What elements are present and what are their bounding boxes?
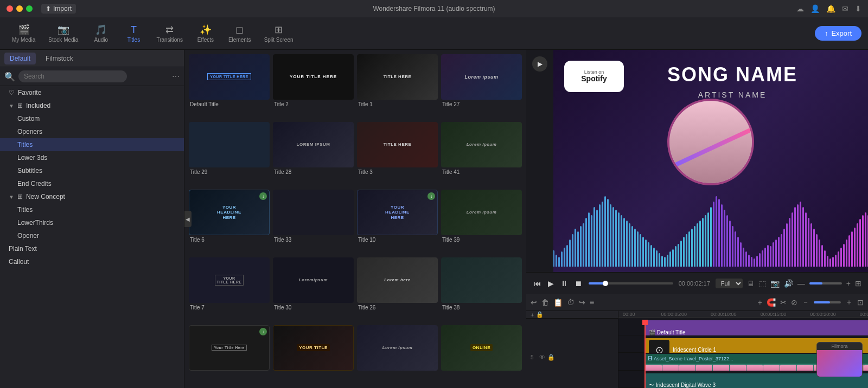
cut-icon[interactable]: ⊘ — [791, 298, 797, 307]
redo-icon[interactable]: ↪ — [579, 298, 585, 307]
quality-select[interactable]: Full 1/2 1/4 — [716, 279, 743, 288]
toolbar-titles[interactable]: T Titles — [118, 22, 149, 45]
stop-button[interactable]: ⏹ — [573, 278, 583, 289]
list-item[interactable]: Your Title Here ↓ — [189, 325, 270, 384]
list-item[interactable]: YOUR TITLE HERE Title 2 — [273, 54, 354, 119]
search-input[interactable] — [18, 70, 127, 82]
tree-child-titles[interactable]: Titles — [0, 138, 184, 151]
list-item[interactable]: ONLINE — [441, 325, 522, 384]
trash-icon[interactable]: 🗑 — [541, 298, 549, 307]
minimize-button[interactable] — [16, 5, 23, 12]
toolbar-transitions[interactable]: ⇄ Transitions — [151, 22, 188, 45]
bell-icon[interactable]: 🔔 — [826, 4, 835, 13]
download-icon[interactable]: ⬇ — [855, 4, 861, 13]
filmstock-preview: Filmora — [816, 342, 863, 377]
copy-icon[interactable]: 📋 — [553, 298, 563, 307]
toolbar-effects[interactable]: ✨ Effects — [190, 22, 221, 45]
close-button[interactable] — [7, 5, 13, 12]
audio-icon: 🎵 — [95, 24, 107, 36]
list-item[interactable]: Lorem ipsum Title 27 — [441, 54, 522, 119]
list-item[interactable]: TITLE HERE Title 1 — [357, 54, 438, 119]
list-item[interactable]: Lorem here Title 26 — [357, 257, 438, 322]
tree-child-nc-opener[interactable]: Opener — [0, 229, 184, 242]
crop-icon[interactable]: ⬚ — [759, 279, 766, 288]
volume-icon[interactable]: 🔊 — [784, 279, 793, 288]
list-item[interactable]: TITLE HERE Title 3 — [357, 122, 438, 186]
tree-item-new-concept[interactable]: ▼ ⊞ New Concept — [0, 190, 184, 203]
list-icon[interactable]: ≡ — [590, 298, 594, 307]
grid-view-icon[interactable]: ⊞ — [855, 279, 861, 288]
undo-icon[interactable]: ↩ — [531, 298, 537, 307]
tree-child-openers[interactable]: Openers — [0, 125, 184, 138]
toolbar: 🎬 My Media 📷 Stock Media 🎵 Audio T Title… — [0, 17, 868, 50]
timeline-zoom-slider[interactable] — [814, 301, 841, 303]
list-item[interactable]: YOUR TITLE HERE Default Title — [189, 54, 270, 119]
grid-icon[interactable]: ⋯ — [172, 72, 180, 81]
tab-default[interactable]: Default — [4, 53, 36, 64]
zoom-minus-icon[interactable]: － — [802, 298, 809, 307]
collapse-arrow[interactable]: ◀ — [184, 211, 192, 227]
monitor-icon[interactable]: 🖥 — [747, 279, 755, 288]
tab-filmstock[interactable]: Filmstock — [40, 53, 79, 64]
cloud-icon[interactable]: ☁ — [796, 4, 804, 13]
maximize-button[interactable] — [26, 5, 33, 12]
zoom-plus-icon[interactable]: ＋ — [845, 298, 853, 307]
tree-child-lower3ds[interactable]: Lower 3ds — [0, 151, 184, 164]
seek-bar[interactable] — [589, 282, 673, 284]
tree-child-custom[interactable]: Custom — [0, 112, 184, 125]
track-5-visibility-icon[interactable]: 👁 — [539, 354, 545, 361]
add-track-icon[interactable]: + — [758, 298, 762, 307]
list-item[interactable]: Title 29 — [189, 122, 270, 186]
screenshot-icon[interactable]: 📷 — [770, 279, 780, 288]
toolbar-my-media[interactable]: 🎬 My Media — [7, 22, 41, 45]
fit-icon[interactable]: ⊡ — [857, 298, 864, 307]
titles-label: Titles — [127, 37, 141, 43]
tree-child-end-credits[interactable]: End Credits — [0, 177, 184, 190]
effects-label: Effects — [197, 37, 214, 43]
list-item[interactable]: ↓ YOURHEADLINEHERE Title 10 — [357, 190, 438, 254]
song-name: SONG NAME — [640, 63, 825, 86]
timer-icon[interactable]: ⏱ — [567, 298, 575, 307]
import-button[interactable]: ⬆ Import — [41, 4, 76, 14]
list-item[interactable]: Lorem ipsum — [357, 325, 438, 384]
pause-button[interactable]: ⏸ — [559, 278, 569, 289]
ruler-header: + 🔒 — [526, 311, 618, 319]
toolbar-split-screen[interactable]: ⊞ Split Screen — [259, 22, 299, 45]
lock-all-icon[interactable]: 🔒 — [536, 311, 544, 318]
track-5-lock-icon[interactable]: 🔒 — [547, 354, 555, 361]
export-button[interactable]: ↑ Export — [815, 26, 861, 41]
tree-child-subtitles[interactable]: Subtitles — [0, 164, 184, 177]
list-item[interactable]: Lorem Ipsum Title 41 — [441, 122, 522, 186]
toolbar-elements[interactable]: ◻ Elements — [223, 22, 257, 45]
tree-item-included[interactable]: ▼ ⊞ Included — [0, 99, 184, 112]
preview-play-button[interactable]: ▶ — [532, 56, 547, 72]
tree-child-nc-titles[interactable]: Titles — [0, 203, 184, 216]
list-item[interactable]: YOURTITLE HERE Title 7 — [189, 257, 270, 322]
mail-icon[interactable]: ✉ — [842, 4, 848, 13]
tree-item-favorite[interactable]: ♡ Favorite — [0, 86, 184, 99]
profile-icon[interactable]: 👤 — [810, 4, 820, 13]
list-item[interactable]: Title 38 — [441, 257, 522, 322]
tree-child-nc-lower-thirds[interactable]: LowerThirds — [0, 216, 184, 229]
list-item[interactable]: Lorem ipsum Title 39 — [441, 190, 522, 254]
main-content: Default Filmstock 🔍 ⋯ ♡ Favorite ▼ ⊞ Inc… — [0, 50, 868, 388]
skip-back-button[interactable]: ⏮ — [533, 278, 542, 289]
list-item[interactable]: YOUR TITLE — [273, 325, 354, 384]
list-item[interactable]: LOREM IPSUM Title 28 — [273, 122, 354, 186]
list-item[interactable]: Title 33 — [273, 190, 354, 254]
playback-controls: ⏮ ▶ ⏸ ⏹ — [533, 278, 583, 289]
list-item[interactable]: Loremipsum Title 30 — [273, 257, 354, 322]
zoom-out-icon: — — [797, 279, 805, 288]
tree-item-callout[interactable]: Callout — [0, 255, 184, 268]
add-track-label-icon[interactable]: + — [531, 312, 534, 318]
split-icon[interactable]: ✂ — [780, 298, 787, 307]
toolbar-audio[interactable]: 🎵 Audio — [86, 22, 116, 45]
play-button[interactable]: ▶ — [547, 278, 555, 289]
zoom-slider[interactable] — [809, 282, 842, 284]
magnet-icon[interactable]: 🧲 — [767, 298, 776, 307]
content-grid-panel: ◀ YOUR TITLE HERE Default Title YOUR TIT… — [184, 50, 526, 388]
toolbar-stock-media[interactable]: 📷 Stock Media — [43, 22, 84, 45]
spectrum-container — [553, 191, 868, 267]
list-item[interactable]: ↓ YOURHEADLINEHERE Title 6 — [189, 190, 270, 254]
tree-item-plain-text[interactable]: Plain Text — [0, 242, 184, 255]
